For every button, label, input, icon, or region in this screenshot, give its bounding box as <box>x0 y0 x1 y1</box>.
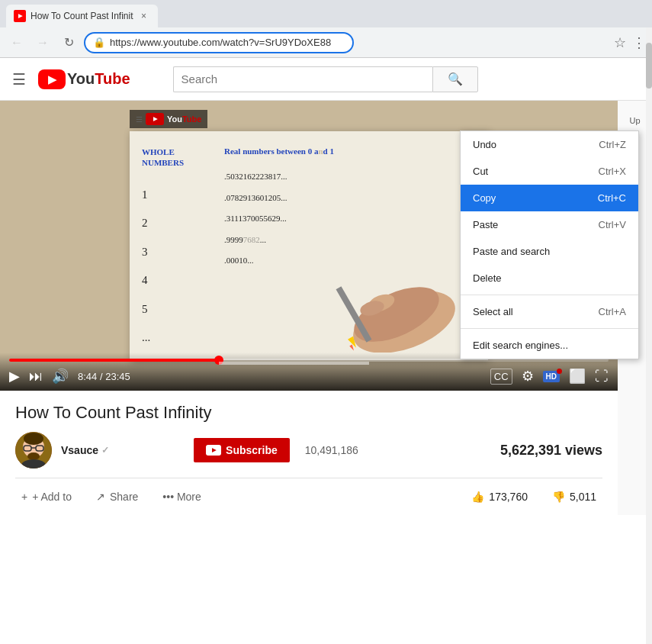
menu-separator-1 <box>461 295 638 295</box>
svg-point-12 <box>24 433 43 445</box>
dislike-button[interactable]: 👎 5,011 <box>546 488 602 506</box>
back-button[interactable]: ← <box>6 32 27 53</box>
subscribe-button[interactable]: ▶ Subscribe <box>194 438 290 462</box>
action-row: + + Add to ↗ Share ••• More 👍 <box>15 478 602 515</box>
address-bar-row: ← → ↻ 🔒 https://www.youtube.com/watch?v=… <box>0 27 652 58</box>
settings-button[interactable]: ⚙ <box>522 368 534 385</box>
below-video: How To Count Past Infinity <box>0 391 618 515</box>
menu-item-undo[interactable]: Undo Ctrl+Z <box>461 131 638 158</box>
video-title: How To Count Past Infinity <box>15 403 602 423</box>
time-display: 8:44 / 23:45 <box>78 371 130 382</box>
add-icon: + <box>21 491 27 503</box>
menu-item-cut[interactable]: Cut Ctrl+X <box>461 158 638 185</box>
tab-favicon: ▶ <box>14 10 26 22</box>
menu-item-edit-search-engines[interactable]: Edit search engines... <box>461 332 638 359</box>
hd-badge-container: HD <box>543 371 560 382</box>
verified-icon: ✓ <box>101 445 109 456</box>
search-input[interactable] <box>173 66 432 92</box>
volume-button[interactable]: 🔊 <box>52 368 69 385</box>
miniplayer-button[interactable]: ⬜ <box>569 368 586 385</box>
hd-dot <box>557 369 562 374</box>
hand-pencil-svg <box>328 253 480 353</box>
youtube-logo-icon: ▶ <box>38 69 66 89</box>
reload-button[interactable]: ↻ <box>58 32 79 53</box>
youtube-header: ☰ ▶ YouTube 🔍 <box>0 58 652 101</box>
channel-info: Vsauce ✓ <box>61 444 185 456</box>
search-button[interactable]: 🔍 <box>432 66 478 92</box>
menu-item-select-all[interactable]: Select all Ctrl+A <box>461 298 638 325</box>
subscribe-yt-icon: ▶ <box>206 445 221 456</box>
menu-item-delete[interactable]: Delete <box>461 265 638 291</box>
channel-name: Vsauce ✓ <box>61 444 185 456</box>
browser-tab[interactable]: ▶ How To Count Past Infinit × <box>6 5 158 27</box>
context-menu: Undo Ctrl+Z Cut Ctrl+X Copy Ctrl+C Paste… <box>460 130 639 359</box>
menu-item-paste-search[interactable]: Paste and search <box>461 238 638 265</box>
menu-item-paste[interactable]: Paste Ctrl+V <box>461 211 638 238</box>
forward-button[interactable]: → <box>32 32 53 53</box>
next-button[interactable]: ⏭ <box>29 369 43 385</box>
svg-point-13 <box>27 452 40 460</box>
address-text: https://www.youtube.com/watch?v=SrU9YDoX… <box>110 37 345 48</box>
avatar-svg <box>15 432 52 469</box>
dislike-icon: 👎 <box>552 491 565 503</box>
views-count: 5,622,391 views <box>500 443 602 459</box>
more-button[interactable]: ••• More <box>156 488 207 506</box>
tab-bar: ▶ How To Count Past Infinit × <box>0 0 652 27</box>
tab-close-button[interactable]: × <box>138 10 150 22</box>
menu-item-copy[interactable]: Copy Ctrl+C <box>461 185 638 211</box>
menu-separator-2 <box>461 328 638 329</box>
progress-played <box>9 359 219 362</box>
channel-avatar[interactable] <box>15 432 52 469</box>
subscriber-count: 10,491,186 <box>305 444 358 456</box>
like-icon: 👍 <box>471 491 484 503</box>
youtube-logo[interactable]: ▶ YouTube <box>38 69 130 89</box>
address-bar[interactable]: 🔒 https://www.youtube.com/watch?v=SrU9YD… <box>84 32 354 53</box>
scrollbar-thumb[interactable] <box>646 43 652 89</box>
tab-title: How To Count Past Infinit <box>31 11 133 21</box>
progress-buffered <box>219 362 369 365</box>
youtube-logo-text: YouTube <box>67 70 130 88</box>
menu-icon[interactable]: ⋮ <box>632 34 646 51</box>
video-inner-header: ☰ ▶ YouTube <box>130 110 207 128</box>
bookmark-icon[interactable]: ☆ <box>614 34 626 51</box>
play-button[interactable]: ▶ <box>9 368 20 385</box>
controls-row: ▶ ⏭ 🔊 8:44 / 23:45 CC ⚙ <box>9 368 609 385</box>
share-button[interactable]: ↗ Share <box>90 488 144 506</box>
browser-frame: ▶ How To Count Past Infinit × ← → ↻ 🔒 ht… <box>0 0 652 644</box>
share-icon: ↗ <box>96 491 105 503</box>
scrollbar-track <box>646 27 652 644</box>
lock-icon: 🔒 <box>93 37 105 48</box>
channel-row: Vsauce ✓ ▶ Subscribe 10,491,186 5 <box>15 432 602 469</box>
fullscreen-button[interactable]: ⛶ <box>595 369 609 385</box>
like-button[interactable]: 👍 173,760 <box>465 488 534 506</box>
page-content: ☰ ▶ YouTube 🔍 <box>0 58 652 644</box>
search-bar-container: 🔍 <box>173 66 478 92</box>
add-to-button[interactable]: + + Add to <box>15 488 78 506</box>
hamburger-menu[interactable]: ☰ <box>12 70 26 89</box>
cc-button[interactable]: CC <box>490 369 512 385</box>
